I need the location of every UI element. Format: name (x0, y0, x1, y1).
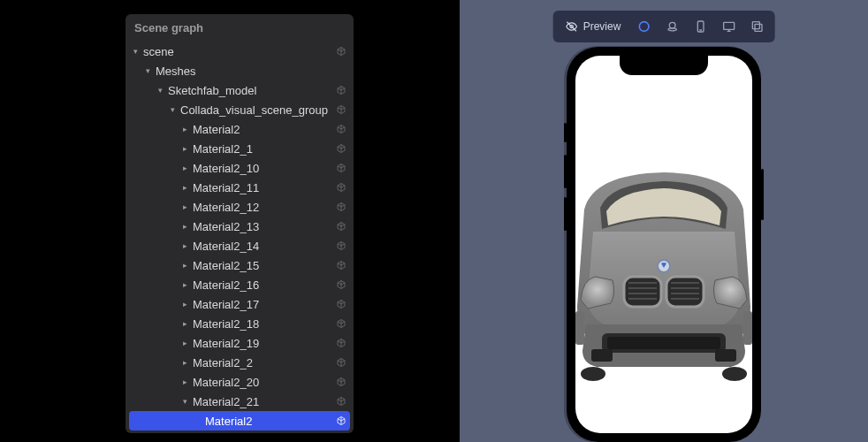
tree-row[interactable]: ▸Material2_20 (126, 372, 354, 392)
device-stack-button[interactable] (658, 14, 686, 39)
tree-label: Material2_1 (193, 142, 336, 156)
tree-label: Material2_20 (193, 376, 336, 389)
chevron-right-icon: ▸ (180, 261, 189, 270)
tree-row[interactable]: Material2 (129, 411, 350, 431)
tree-label: Material2_15 (193, 259, 336, 272)
cube-icon (336, 260, 346, 271)
tree-row[interactable]: ▸Material2_15 (126, 255, 354, 275)
tree-row[interactable]: ▸Material2_17 (126, 294, 354, 314)
stack-icon (665, 19, 679, 34)
tree-row[interactable]: ▸Material2_19 (126, 333, 354, 353)
cube-icon (336, 357, 346, 368)
cube-icon (336, 377, 346, 387)
svg-point-29 (581, 367, 605, 381)
cube-icon (336, 46, 346, 57)
scene-tree: ▾scene▾Meshes▾Sketchfab_model▾Collada_vi… (126, 42, 354, 431)
eye-off-icon (566, 20, 578, 33)
chevron-right-icon: ▸ (180, 202, 189, 211)
volume-down-button (564, 197, 567, 231)
chevron-right-icon: ▸ (180, 280, 189, 289)
chevron-right-icon: ▸ (180, 300, 189, 309)
svg-rect-13 (666, 277, 704, 307)
tree-label: Material2_11 (193, 181, 336, 194)
svg-rect-28 (743, 311, 752, 345)
chevron-right-icon: ▸ (180, 125, 189, 133)
preview-toolbar: Preview (553, 11, 775, 42)
phone-icon (693, 19, 707, 34)
tree-label: Material2_19 (193, 337, 336, 350)
mute-switch (564, 123, 567, 142)
tree-label: Collada_visual_scene_group (180, 103, 336, 117)
tree-row[interactable]: ▸Material2_16 (126, 275, 354, 294)
cube-icon (336, 396, 346, 407)
svg-point-4 (668, 28, 676, 31)
chevron-right-icon: ▸ (180, 183, 189, 192)
cube-icon (336, 240, 346, 251)
desktop-icon (721, 19, 735, 34)
tree-row[interactable]: ▸Material2_2 (126, 353, 354, 372)
circle-icon (636, 19, 651, 34)
power-button (761, 169, 764, 220)
tree-label: Material2_18 (193, 317, 336, 331)
cube-icon (336, 104, 346, 115)
tree-label: Material2_2 (193, 356, 336, 370)
svg-rect-10 (755, 24, 762, 31)
device-screen[interactable] (575, 56, 752, 433)
panel-title: Scene graph (126, 14, 354, 42)
chevron-right-icon: ▸ (180, 319, 189, 328)
tree-label: Material2_21 (193, 395, 336, 408)
device-multi-button[interactable] (742, 14, 771, 39)
tree-row[interactable]: ▾scene (126, 42, 354, 61)
cube-icon (336, 221, 346, 232)
cube-icon (336, 182, 346, 193)
model-viewport[interactable] (575, 56, 752, 433)
tree-label: Material2_14 (193, 240, 336, 253)
chevron-down-icon: ▾ (180, 397, 189, 406)
cube-icon (336, 318, 346, 329)
tree-row[interactable]: ▾Meshes (126, 61, 354, 80)
tree-label: Material2_17 (193, 298, 336, 311)
tree-row[interactable]: ▸Material2_10 (126, 158, 354, 178)
tree-label: Material2 (193, 123, 336, 136)
chevron-down-icon: ▾ (143, 66, 152, 75)
tree-row[interactable]: ▸Material2_1 (126, 139, 354, 158)
svg-rect-11 (752, 22, 759, 29)
cube-icon (336, 85, 346, 95)
tree-row[interactable]: ▸Material2 (126, 119, 354, 139)
device-frame (567, 47, 761, 442)
tree-row[interactable]: ▸Material2_12 (126, 197, 354, 217)
tree-label: scene (143, 45, 336, 58)
svg-point-30 (722, 367, 747, 381)
tree-label: Material2_13 (193, 220, 336, 233)
chevron-down-icon: ▾ (156, 86, 164, 95)
chevron-right-icon: ▸ (180, 377, 189, 386)
tree-label: Material2 (205, 415, 336, 428)
cube-icon (336, 143, 346, 154)
svg-point-3 (669, 22, 675, 28)
tree-row[interactable]: ▾Material2_21 (126, 392, 354, 411)
svg-rect-12 (624, 277, 661, 307)
cube-icon (336, 415, 346, 426)
tree-row[interactable]: ▸Material2_11 (126, 178, 354, 197)
chevron-right-icon: ▸ (180, 339, 189, 347)
tree-label: Material2_10 (193, 162, 336, 175)
chevron-right-icon: ▸ (180, 164, 189, 172)
tree-label: Material2_12 (193, 201, 336, 214)
tree-row[interactable]: ▾Collada_visual_scene_group (126, 100, 354, 119)
cube-icon (336, 299, 346, 309)
tree-label: Meshes (156, 65, 346, 78)
svg-rect-24 (607, 337, 720, 349)
chevron-right-icon: ▸ (180, 241, 189, 250)
tree-row[interactable]: ▸Material2_13 (126, 217, 354, 236)
tree-row[interactable]: ▸Material2_18 (126, 314, 354, 333)
tree-row[interactable]: ▸Material2_14 (126, 236, 354, 255)
cube-icon (336, 163, 346, 173)
cube-icon (336, 338, 346, 348)
device-circle-button[interactable] (629, 14, 658, 39)
tree-row[interactable]: ▾Sketchfab_model (126, 80, 354, 100)
device-desktop-button[interactable] (714, 14, 742, 39)
chevron-down-icon: ▾ (168, 105, 177, 114)
preview-label-button[interactable]: Preview (557, 14, 630, 39)
device-phone-button[interactable] (686, 14, 714, 39)
scene-graph-panel: Scene graph ▾scene▾Meshes▾Sketchfab_mode… (126, 14, 354, 433)
